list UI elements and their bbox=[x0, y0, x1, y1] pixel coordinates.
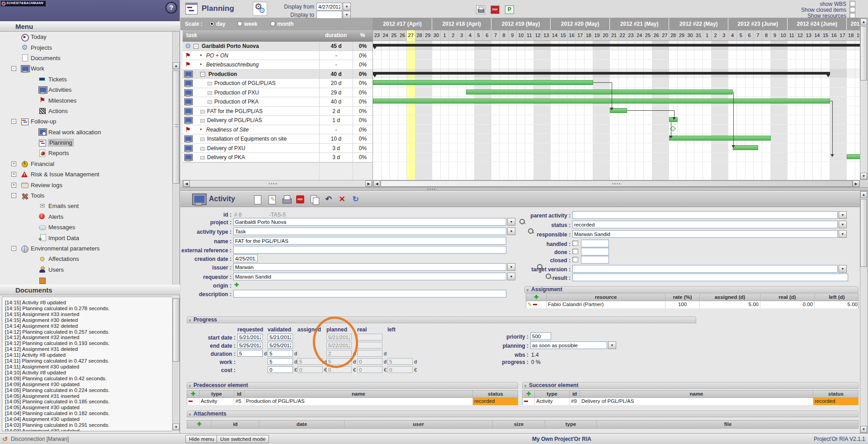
gantt-summary-bar[interactable] bbox=[373, 72, 830, 75]
menu-item-real-work-allocation[interactable]: Real work allocation bbox=[0, 127, 172, 137]
menu-item-label[interactable]: Financial bbox=[31, 161, 54, 167]
scroll-down-icon[interactable]: ▼ bbox=[860, 426, 867, 433]
menu-item-label[interactable]: Actions bbox=[48, 108, 68, 114]
disconnect-link[interactable]: Disconnection [Marwan] bbox=[11, 436, 69, 442]
scroll-down-icon[interactable]: ▼ bbox=[860, 173, 867, 179]
gantt-task-bar[interactable] bbox=[373, 99, 830, 104]
task-name[interactable]: Production of PXU bbox=[214, 90, 259, 96]
menu-item-alerts[interactable]: Alerts bbox=[0, 212, 172, 222]
task-row[interactable]: ⚑▸PO + ON-0% bbox=[183, 51, 373, 61]
assignment-add-cell[interactable]: ✚ bbox=[526, 294, 547, 301]
external-reference-input[interactable] bbox=[233, 246, 506, 254]
scale-month-radio[interactable] bbox=[270, 21, 275, 26]
successor-row[interactable]: Activity #9 Delivery of PGL/PL/AS record… bbox=[523, 398, 858, 405]
scroll-left-icon[interactable]: ◀ bbox=[373, 180, 380, 187]
start-date-requested-input[interactable] bbox=[237, 334, 263, 340]
menu-item-tools[interactable]: -Tools bbox=[0, 190, 172, 201]
menu-item-label[interactable]: Documents bbox=[31, 55, 61, 61]
gantt-task-bar[interactable] bbox=[669, 136, 771, 141]
done-date-input[interactable] bbox=[581, 248, 609, 255]
menu-item-label[interactable]: Risk & Issue Management bbox=[31, 171, 99, 178]
task-table-header[interactable]: task duration % bbox=[183, 30, 373, 42]
display-to-dropdown-icon[interactable]: ▼ bbox=[343, 11, 351, 19]
show-closed-checkbox[interactable] bbox=[849, 7, 855, 12]
disconnect-icon[interactable]: ↺ bbox=[2, 435, 8, 443]
cost-planned-input[interactable] bbox=[326, 366, 352, 373]
menu-item-label[interactable]: Work bbox=[31, 65, 44, 72]
log-scroll-thumb[interactable] bbox=[173, 298, 179, 362]
gantt-grid[interactable] bbox=[373, 41, 860, 180]
end-date-planned-input[interactable] bbox=[326, 342, 352, 349]
work-validated-input[interactable] bbox=[268, 358, 293, 365]
done-checkbox[interactable] bbox=[572, 249, 578, 254]
remove-icon[interactable] bbox=[533, 304, 537, 305]
task-row[interactable]: ⚑▸Readiness of Site-0% bbox=[183, 125, 373, 135]
scroll-right-icon[interactable]: ▶ bbox=[365, 180, 372, 187]
menu-item-label[interactable]: Reports bbox=[48, 150, 69, 156]
task-row[interactable]: Production of PGL/PL/AS20 d0% bbox=[183, 79, 373, 88]
scroll-left-icon[interactable]: ◀ bbox=[183, 180, 190, 187]
priority-input[interactable] bbox=[530, 332, 551, 340]
scale-day-radio[interactable] bbox=[209, 21, 214, 26]
predecessor-row[interactable]: Activity #5 Production of PGL/PL/AS reco… bbox=[187, 398, 518, 405]
menu-item-label[interactable]: Real work allocation bbox=[48, 129, 101, 136]
menu-item-label[interactable]: Environmental parameters bbox=[31, 245, 99, 252]
task-name[interactable]: Production bbox=[208, 71, 237, 77]
project-input[interactable] bbox=[233, 218, 506, 226]
cost-real-input[interactable] bbox=[357, 366, 382, 373]
menu-item-clipped[interactable] bbox=[0, 275, 172, 285]
menu-item-label[interactable]: Users bbox=[48, 266, 64, 273]
percent-column-header[interactable]: % bbox=[353, 32, 373, 38]
scale-week-label[interactable]: week bbox=[244, 21, 257, 27]
scale-week-radio[interactable] bbox=[237, 21, 242, 26]
new-icon[interactable] bbox=[252, 194, 263, 205]
parent-activity-input[interactable] bbox=[572, 211, 838, 219]
menu-item-environmental-parameters[interactable]: -Environmental parameters bbox=[0, 243, 172, 254]
task-name[interactable]: Delivery of PXU bbox=[207, 145, 245, 151]
duration-column-header[interactable]: duration bbox=[319, 32, 353, 38]
show-wbs-checkbox[interactable] bbox=[849, 1, 855, 6]
menu-item-review-logs[interactable]: +Review logs bbox=[0, 179, 172, 190]
name-input[interactable] bbox=[233, 237, 506, 245]
description-input[interactable] bbox=[233, 290, 506, 298]
task-name[interactable]: Garibaldi Porto Nuova bbox=[202, 43, 259, 49]
menu-item-actions[interactable]: Actions bbox=[0, 106, 172, 116]
task-row[interactable]: Installation of Equipments on site10 d0% bbox=[183, 134, 373, 144]
scroll-down-icon[interactable]: ▼ bbox=[173, 424, 179, 430]
print-icon[interactable] bbox=[281, 194, 292, 205]
responsible-dropdown-icon[interactable]: ▼ bbox=[839, 230, 847, 238]
add-icon[interactable]: ✚ bbox=[197, 421, 201, 427]
attachments-section-header[interactable]: Attachments bbox=[187, 411, 859, 417]
start-date-validated-input[interactable] bbox=[268, 334, 293, 340]
menu-item-label[interactable]: Affectations bbox=[48, 255, 79, 262]
successor-section-header[interactable]: Successor element bbox=[522, 382, 859, 389]
requestor-input[interactable] bbox=[233, 273, 506, 280]
menu-item-label[interactable]: Activities bbox=[48, 86, 71, 93]
menu-scroll-thumb[interactable] bbox=[173, 71, 179, 184]
menu-item-label[interactable]: Planning bbox=[48, 139, 73, 146]
menu-item-affectations[interactable]: ⚙Affectations bbox=[0, 254, 172, 264]
pdf-export-icon[interactable] bbox=[491, 5, 500, 14]
collapse-icon[interactable]: - bbox=[11, 193, 16, 198]
task-row[interactable]: ⚑▸Betriebsauschreibung-0% bbox=[183, 60, 373, 70]
menu-item-activities[interactable]: Activities bbox=[0, 85, 172, 95]
show-resources-checkbox[interactable] bbox=[849, 13, 855, 18]
target-version-dropdown-icon[interactable]: ▼ bbox=[839, 265, 847, 273]
task-name[interactable]: PO + ON bbox=[206, 52, 228, 59]
start-date-real-input[interactable] bbox=[357, 334, 382, 340]
status-dropdown-icon[interactable]: ▼ bbox=[839, 221, 847, 228]
remove-icon[interactable] bbox=[189, 401, 193, 402]
gantt-hscrollbar[interactable]: ◀ ▶ bbox=[373, 180, 860, 187]
gantt-task-bar[interactable] bbox=[733, 145, 758, 150]
menu-item-import-data[interactable]: Import Data bbox=[0, 232, 172, 243]
task-column-header[interactable]: task bbox=[186, 32, 197, 38]
task-name[interactable]: Readiness of Site bbox=[206, 127, 249, 133]
menu-item-label[interactable]: Today bbox=[31, 33, 47, 40]
task-name[interactable]: Installation of Equipments on site bbox=[207, 136, 287, 142]
scale-month-label[interactable]: month bbox=[277, 21, 294, 27]
closed-checkbox[interactable] bbox=[572, 257, 578, 262]
refresh-icon[interactable]: ↻ bbox=[350, 194, 361, 205]
menu-item-messages[interactable]: Messages bbox=[0, 222, 172, 232]
activity-vscrollbar[interactable]: ▲ ▼ bbox=[860, 191, 868, 433]
edit-icon[interactable]: ✎ bbox=[528, 302, 532, 307]
